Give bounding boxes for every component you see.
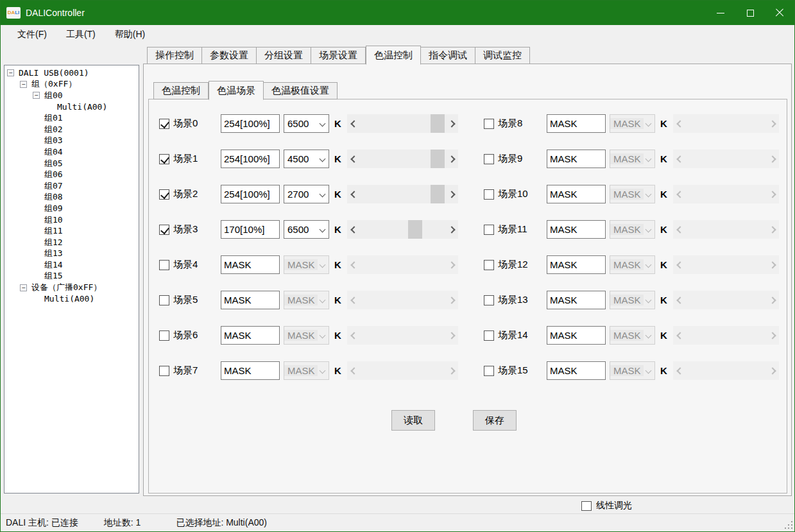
scroll-right-icon[interactable] xyxy=(767,291,779,309)
scrollbar-track[interactable] xyxy=(685,291,767,309)
menu-item-2[interactable]: 帮助(H) xyxy=(108,26,151,43)
tree-item-7[interactable]: 组04 xyxy=(4,146,139,158)
scroll-left-icon[interactable] xyxy=(347,255,359,274)
scene-value-input[interactable] xyxy=(221,150,280,168)
scene-value-input[interactable] xyxy=(547,255,606,274)
main-tab-2[interactable]: 分组设置 xyxy=(257,47,311,64)
scene-temp-select[interactable]: 2700 xyxy=(284,185,329,203)
tree-item-14[interactable]: 组11 xyxy=(4,225,139,237)
scrollbar-thumb[interactable] xyxy=(431,150,445,168)
scroll-right-icon[interactable] xyxy=(767,255,779,274)
tree-item-20[interactable]: Multi(A00) xyxy=(4,293,139,305)
linear-dimming-checkbox[interactable] xyxy=(581,501,592,511)
scene-scrollbar[interactable] xyxy=(347,114,458,133)
scroll-left-icon[interactable] xyxy=(347,185,359,203)
minimize-button[interactable] xyxy=(706,1,735,25)
scene-value-input[interactable] xyxy=(221,114,280,133)
scene-value-input[interactable] xyxy=(547,291,606,309)
scroll-right-icon[interactable] xyxy=(447,114,458,133)
scroll-left-icon[interactable] xyxy=(673,291,685,309)
scene-checkbox[interactable] xyxy=(484,189,494,200)
main-tab-3[interactable]: 场景设置 xyxy=(311,47,366,64)
tree-item-13[interactable]: 组10 xyxy=(4,214,139,226)
scene-value-input[interactable] xyxy=(221,185,280,203)
sub-tab-0[interactable]: 色温控制 xyxy=(153,82,209,99)
tree-item-3[interactable]: Multi(A00) xyxy=(4,101,139,113)
tree-item-2[interactable]: −组00 xyxy=(4,90,139,101)
tree-collapse-icon[interactable]: − xyxy=(33,92,40,99)
scrollbar-track[interactable] xyxy=(685,326,767,345)
scroll-left-icon[interactable] xyxy=(673,150,685,168)
scene-scrollbar[interactable] xyxy=(347,185,458,203)
scrollbar-track[interactable] xyxy=(685,114,767,133)
scene-checkbox[interactable] xyxy=(159,260,169,270)
scroll-right-icon[interactable] xyxy=(447,361,458,380)
scene-checkbox[interactable] xyxy=(484,260,494,270)
scene-checkbox[interactable] xyxy=(159,189,169,200)
scroll-right-icon[interactable] xyxy=(767,185,779,203)
scene-checkbox[interactable] xyxy=(484,119,494,129)
scene-temp-select[interactable]: 6500 xyxy=(284,220,329,239)
scrollbar-track[interactable] xyxy=(359,361,447,380)
scene-checkbox[interactable] xyxy=(484,366,494,376)
tree-item-9[interactable]: 组06 xyxy=(4,169,139,180)
tree-item-1[interactable]: −组（0xFF） xyxy=(4,79,139,90)
save-button[interactable]: 保存 xyxy=(473,410,517,431)
scene-temp-select[interactable]: MASK xyxy=(610,255,655,274)
scroll-left-icon[interactable] xyxy=(673,185,685,203)
close-button[interactable] xyxy=(765,1,794,25)
scroll-left-icon[interactable] xyxy=(347,220,359,239)
scrollbar-track[interactable] xyxy=(685,255,767,274)
tree-collapse-icon[interactable]: − xyxy=(7,69,14,76)
tree-item-19[interactable]: −设备（广播0xFF） xyxy=(4,282,139,293)
tree-item-4[interactable]: 组01 xyxy=(4,112,139,124)
scroll-left-icon[interactable] xyxy=(673,326,685,345)
scrollbar-thumb[interactable] xyxy=(408,220,422,239)
scroll-right-icon[interactable] xyxy=(767,326,779,345)
scrollbar-track[interactable] xyxy=(359,150,447,168)
scene-checkbox[interactable] xyxy=(159,366,169,376)
main-tab-0[interactable]: 操作控制 xyxy=(147,47,202,64)
scroll-left-icon[interactable] xyxy=(347,150,359,168)
scroll-left-icon[interactable] xyxy=(673,114,685,133)
scroll-left-icon[interactable] xyxy=(673,220,685,239)
scene-checkbox[interactable] xyxy=(484,330,494,341)
scrollbar-thumb[interactable] xyxy=(431,185,445,203)
scrollbar-track[interactable] xyxy=(685,220,767,239)
scrollbar-track[interactable] xyxy=(685,361,767,380)
scene-temp-select[interactable]: 6500 xyxy=(284,114,329,133)
scene-checkbox[interactable] xyxy=(484,295,494,305)
scrollbar-track[interactable] xyxy=(685,185,767,203)
tree-item-17[interactable]: 组14 xyxy=(4,259,139,271)
scrollbar-track[interactable] xyxy=(359,114,447,133)
menu-item-1[interactable]: 工具(T) xyxy=(60,26,102,43)
scene-temp-select[interactable]: MASK xyxy=(610,150,655,168)
scene-scrollbar[interactable] xyxy=(347,150,458,168)
scroll-right-icon[interactable] xyxy=(447,150,458,168)
tree-item-11[interactable]: 组08 xyxy=(4,192,139,203)
read-button[interactable]: 读取 xyxy=(391,410,435,431)
scroll-right-icon[interactable] xyxy=(447,255,458,274)
scroll-left-icon[interactable] xyxy=(347,291,359,309)
scroll-right-icon[interactable] xyxy=(767,220,779,239)
app-icon[interactable]: DALI xyxy=(6,7,21,19)
scroll-left-icon[interactable] xyxy=(673,255,685,274)
scroll-left-icon[interactable] xyxy=(347,326,359,345)
scene-value-input[interactable] xyxy=(221,361,280,380)
scrollbar-track[interactable] xyxy=(359,185,447,203)
scene-temp-select[interactable]: MASK xyxy=(284,361,329,380)
scene-checkbox[interactable] xyxy=(159,295,169,305)
scroll-left-icon[interactable] xyxy=(347,361,359,380)
scrollbar-thumb[interactable] xyxy=(431,114,445,133)
tree-item-12[interactable]: 组09 xyxy=(4,203,139,214)
scene-checkbox[interactable] xyxy=(159,154,169,164)
scrollbar-track[interactable] xyxy=(685,150,767,168)
scroll-right-icon[interactable] xyxy=(767,114,779,133)
scene-temp-select[interactable]: MASK xyxy=(610,185,655,203)
scroll-right-icon[interactable] xyxy=(447,326,458,345)
tree-item-10[interactable]: 组07 xyxy=(4,180,139,192)
tree-item-0[interactable]: −DALI USB(0001) xyxy=(4,67,139,79)
resize-grip-icon[interactable] xyxy=(785,521,792,529)
sub-tab-2[interactable]: 色温极值设置 xyxy=(264,82,338,99)
scene-value-input[interactable] xyxy=(547,150,606,168)
